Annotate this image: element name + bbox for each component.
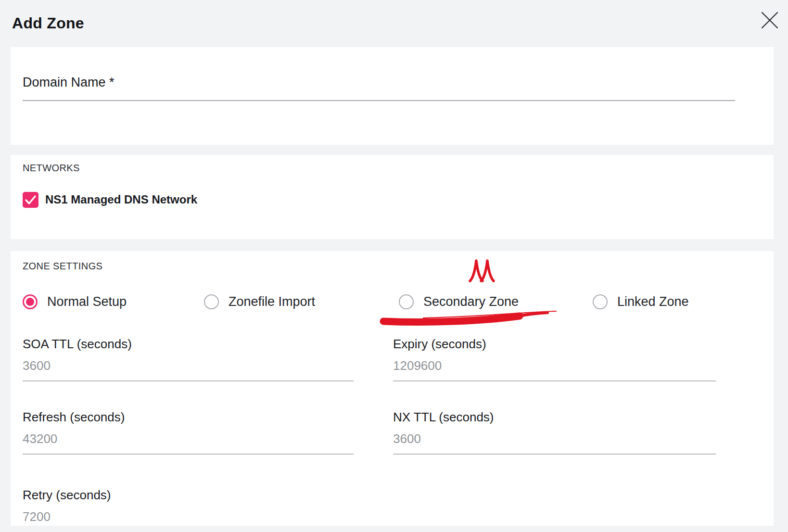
domain-card: Domain Name * xyxy=(11,47,774,145)
domain-name-input[interactable] xyxy=(23,84,735,101)
field-retry: Retry (seconds) xyxy=(23,488,354,526)
radio-unselected-icon xyxy=(399,294,414,309)
close-button[interactable] xyxy=(758,9,781,32)
retry-input[interactable] xyxy=(23,508,354,526)
radio-label: Linked Zone xyxy=(617,294,689,309)
field-label: NX TTL (seconds) xyxy=(393,410,716,425)
checkbox-label: NS1 Managed DNS Network xyxy=(45,193,197,206)
field-nx-ttl: NX TTL (seconds) xyxy=(393,410,716,455)
soa-ttl-input[interactable] xyxy=(23,357,354,381)
field-expiry: Expiry (seconds) xyxy=(393,337,716,381)
expiry-input[interactable] xyxy=(393,357,716,381)
page-title: Add Zone xyxy=(12,14,84,32)
networks-heading: NETWORKS xyxy=(23,163,80,174)
field-label: Retry (seconds) xyxy=(23,488,354,503)
add-zone-dialog: Add Zone Domain Name * NETWORKS NS1 Mana… xyxy=(0,0,788,532)
radio-label: Secondary Zone xyxy=(423,294,519,309)
radio-option-normal-setup[interactable]: Normal Setup xyxy=(23,293,127,310)
field-label: Expiry (seconds) xyxy=(393,337,716,352)
field-refresh: Refresh (seconds) xyxy=(23,410,354,455)
field-label: Refresh (seconds) xyxy=(23,410,354,425)
ns1-network-checkbox[interactable]: NS1 Managed DNS Network xyxy=(23,191,197,208)
refresh-input[interactable] xyxy=(23,431,354,455)
radio-unselected-icon xyxy=(593,294,608,309)
radio-option-zonefile-import[interactable]: Zonefile Import xyxy=(204,293,315,310)
radio-option-secondary-zone[interactable]: Secondary Zone xyxy=(399,293,519,310)
nx-ttl-input[interactable] xyxy=(393,431,716,455)
radio-selected-icon xyxy=(23,294,38,309)
networks-card: NETWORKS NS1 Managed DNS Network xyxy=(11,155,774,239)
radio-unselected-icon xyxy=(204,294,219,309)
field-label: SOA TTL (seconds) xyxy=(23,337,354,352)
checkbox-checked-icon xyxy=(23,192,38,208)
checkmark-icon xyxy=(23,192,38,208)
radio-option-linked-zone[interactable]: Linked Zone xyxy=(593,293,689,310)
radio-label: Zonefile Import xyxy=(229,294,315,309)
zone-settings-card: ZONE SETTINGS Normal Setup Zonefile Impo… xyxy=(11,251,774,526)
radio-label: Normal Setup xyxy=(47,294,127,309)
zone-settings-heading: ZONE SETTINGS xyxy=(23,261,102,272)
field-soa-ttl: SOA TTL (seconds) xyxy=(23,337,354,381)
close-icon xyxy=(760,11,779,30)
